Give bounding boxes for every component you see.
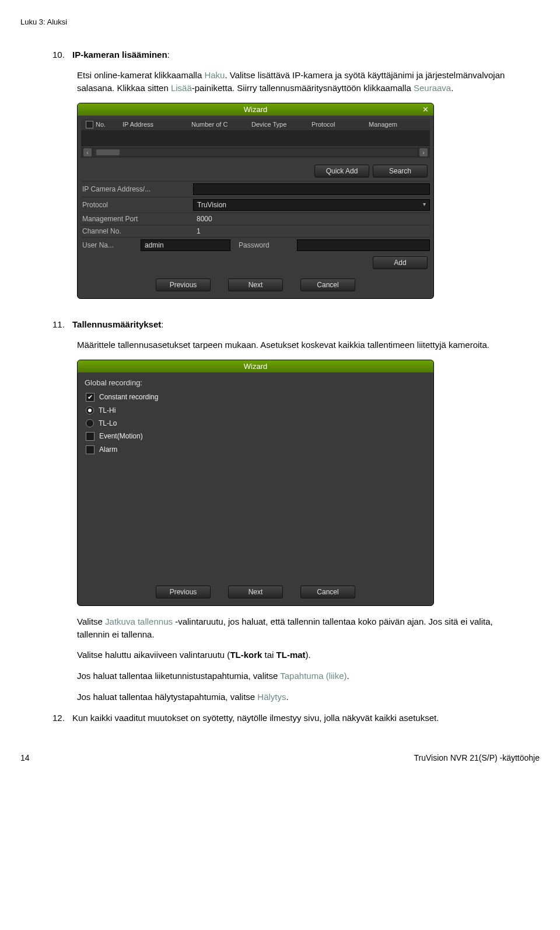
text: Jos haluat tallentaa hälytystapahtumia, …: [77, 692, 257, 702]
camera-table: No. IP Address Number of C Device Type P…: [81, 119, 430, 158]
text: Valitse: [77, 616, 105, 626]
protocol-label: Protocol: [81, 201, 193, 209]
col-devtype: Device Type: [249, 121, 309, 129]
event-link: Tapahtuma (liike): [280, 671, 346, 681]
option-tlhi[interactable]: TL-Hi: [78, 404, 433, 417]
item-11-number: 11.: [52, 319, 72, 329]
option-tlhi-label: TL-Hi: [99, 406, 116, 415]
col-numc: Number of C: [189, 121, 249, 129]
after-p2: Valitse haluttu aikaviiveen valintaruutu…: [77, 649, 508, 661]
item-12: 12.Kun kaikki vaaditut muutokset on syöt…: [52, 712, 508, 725]
tl-kork: TL-kork: [230, 650, 262, 660]
item-10-number: 10.: [52, 50, 72, 60]
haku-link: Haku: [204, 70, 225, 80]
cursor-icon: ➤: [298, 302, 305, 314]
previous-button-2[interactable]: Previous: [156, 586, 211, 598]
col-no: No.: [83, 121, 120, 129]
global-recording-label: Global recording:: [78, 372, 433, 391]
radio-tllo[interactable]: [86, 419, 94, 427]
checkbox-alarm[interactable]: [86, 445, 94, 454]
checkbox-constant[interactable]: [86, 393, 94, 402]
horizontal-scrollbar[interactable]: ‹ ›: [81, 147, 430, 158]
scroll-right-icon[interactable]: ›: [419, 148, 428, 156]
text: .: [347, 671, 349, 681]
item-11-heading: 11.Tallennusmääritykset:: [52, 319, 508, 329]
wizard-panel-recording: Wizard Global recording: Constant record…: [77, 360, 434, 606]
text: ).: [306, 650, 311, 660]
radio-tlhi[interactable]: [86, 406, 94, 415]
mgmt-port-value[interactable]: 8000: [193, 215, 430, 223]
wizard-title-2: Wizard: [244, 362, 267, 371]
protocol-value: TruVision: [197, 201, 226, 209]
row-protocol: Protocol TruVision▾: [81, 197, 430, 213]
ip-address-label: IP Camera Address/...: [81, 185, 193, 193]
wizard-title: Wizard: [244, 105, 267, 114]
item-10-title: IP-kameran lisääminen: [72, 50, 167, 60]
select-all-checkbox[interactable]: [86, 121, 93, 128]
option-alarm[interactable]: Alarm: [78, 443, 433, 457]
item-10-heading: 10.IP-kameran lisääminen:: [52, 50, 508, 60]
wizard-title-bar-2: Wizard: [78, 360, 433, 372]
row-channel: Channel No. 1: [81, 225, 430, 237]
checkbox-event[interactable]: [86, 432, 94, 441]
lisaa-link: Lisää: [171, 83, 192, 93]
seuraava-link: Seuraava: [414, 83, 451, 93]
scroll-left-icon[interactable]: ‹: [83, 148, 92, 156]
col-managem: Managem: [366, 121, 418, 129]
username-input[interactable]: admin: [141, 239, 230, 251]
alarm-link: Hälytys: [257, 692, 286, 702]
next-button-2[interactable]: Next: [228, 586, 283, 598]
table-empty-area: [81, 130, 430, 147]
col-protocol: Protocol: [309, 121, 366, 129]
constant-recording-link: Jatkuva tallennus: [105, 616, 173, 626]
cancel-button[interactable]: Cancel: [300, 278, 355, 291]
option-constant[interactable]: Constant recording: [78, 391, 433, 404]
after-p3: Jos haluat tallentaa liiketunnistustapah…: [77, 670, 508, 682]
text: Valitse haluttu aikaviiveen valintaruutu…: [77, 650, 230, 660]
username-label: User Na...: [81, 241, 141, 249]
option-alarm-label: Alarm: [99, 445, 117, 454]
after-p1: Valitse Jatkuva tallennus -valintaruutu,…: [77, 615, 508, 641]
quick-add-button[interactable]: Quick Add: [314, 165, 369, 177]
item-10-body: Etsi online-kamerat klikkaamalla Haku. V…: [77, 69, 508, 95]
cancel-button-2[interactable]: Cancel: [300, 586, 355, 598]
option-constant-label: Constant recording: [99, 393, 158, 401]
chevron-down-icon: ▾: [423, 201, 426, 207]
col-no-label: No.: [96, 121, 106, 128]
username-value: admin: [145, 241, 164, 249]
page-number: 14: [20, 753, 30, 762]
scroll-track[interactable]: [94, 149, 417, 156]
search-button[interactable]: Search: [373, 165, 428, 177]
ip-address-input[interactable]: [193, 183, 430, 195]
password-input[interactable]: [297, 239, 430, 251]
wizard-panel-cameras: Wizard ✕ No. IP Address Number of C Devi…: [77, 103, 434, 299]
text: .: [451, 83, 453, 93]
previous-button[interactable]: Previous: [156, 278, 211, 291]
password-label: Password: [230, 241, 297, 249]
close-icon[interactable]: ✕: [422, 105, 429, 114]
add-button[interactable]: Add: [373, 256, 428, 269]
row-ip-address: IP Camera Address/...: [81, 181, 430, 197]
option-tllo[interactable]: TL-Lo: [78, 417, 433, 430]
protocol-select[interactable]: TruVision▾: [193, 199, 430, 211]
breadcrumb: Luku 3: Aluksi: [20, 18, 508, 26]
text: .: [286, 692, 289, 702]
option-event-label: Event(Motion): [99, 432, 143, 440]
text: tai: [262, 650, 276, 660]
wizard-title-bar: Wizard ✕: [78, 103, 433, 116]
item-12-body: Kun kaikki vaaditut muutokset on syötett…: [72, 713, 439, 723]
table-header-row: No. IP Address Number of C Device Type P…: [81, 119, 430, 131]
option-event[interactable]: Event(Motion): [78, 430, 433, 443]
page-footer: 14 TruVision NVR 21(S/P) -käyttöohje: [20, 753, 540, 762]
item-10-colon: :: [167, 50, 170, 60]
item-11-title: Tallennusmääritykset: [72, 319, 161, 329]
row-mgmt-port: Management Port 8000: [81, 213, 430, 225]
next-button[interactable]: Next: [228, 278, 283, 291]
text: Jos haluat tallentaa liiketunnistustapah…: [77, 671, 280, 681]
doc-title: TruVision NVR 21(S/P) -käyttöohje: [414, 753, 540, 762]
channel-value[interactable]: 1: [193, 227, 430, 235]
after-p4: Jos haluat tallentaa hälytystapahtumia, …: [77, 691, 508, 703]
item-11-colon: :: [161, 319, 163, 329]
channel-label: Channel No.: [81, 227, 193, 235]
scroll-thumb[interactable]: [96, 149, 120, 155]
